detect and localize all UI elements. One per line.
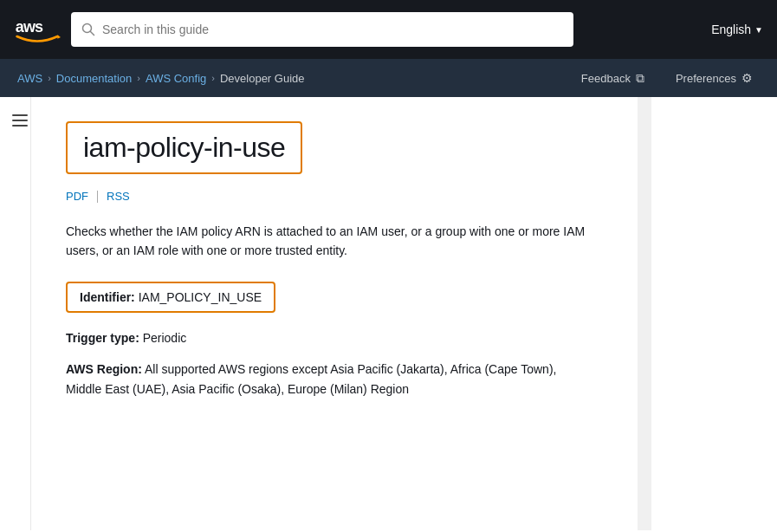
- breadcrumb-aws-config[interactable]: AWS Config: [146, 72, 206, 85]
- trigger-value-text: Periodic: [143, 331, 187, 345]
- breadcrumb-bar: AWS › Documentation › AWS Config › Devel…: [0, 59, 777, 97]
- hamburger-line-1: [12, 114, 28, 116]
- scrollbar-area[interactable]: [638, 97, 651, 530]
- chevron-down-icon: ▼: [754, 25, 763, 35]
- breadcrumb-sep-1: ›: [48, 73, 51, 83]
- language-label: English: [711, 23, 751, 36]
- language-selector[interactable]: English ▼: [711, 23, 763, 36]
- page-title-box: iam-policy-in-use: [66, 121, 302, 174]
- sidebar: [0, 97, 31, 530]
- hamburger-line-2: [12, 120, 28, 121]
- svg-marker-1: [57, 35, 61, 39]
- trigger-label: Trigger type:: [66, 331, 139, 345]
- gear-icon: ⚙: [741, 71, 753, 85]
- identifier-value-text: IAM_POLICY_IN_USE: [139, 290, 262, 304]
- preferences-button[interactable]: Preferences ⚙: [669, 68, 760, 88]
- region-label: AWS Region:: [66, 362, 142, 376]
- rss-link[interactable]: RSS: [107, 190, 130, 203]
- search-input[interactable]: [102, 23, 563, 36]
- breadcrumb-actions: Feedback ⧉ Preferences ⚙: [574, 68, 760, 89]
- description-text: Checks whether the IAM policy ARN is att…: [66, 222, 586, 261]
- breadcrumb-sep-3: ›: [211, 73, 215, 83]
- feedback-icon: ⧉: [636, 71, 644, 86]
- breadcrumb-aws[interactable]: AWS: [17, 72, 42, 85]
- feedback-button[interactable]: Feedback ⧉: [574, 68, 651, 89]
- svg-text:aws: aws: [16, 18, 43, 36]
- identifier-box: Identifier: IAM_POLICY_IN_USE: [66, 282, 275, 313]
- main-content: iam-policy-in-use PDF RSS Checks whether…: [31, 97, 638, 530]
- feedback-label: Feedback: [581, 72, 631, 85]
- breadcrumb-developer-guide: Developer Guide: [220, 72, 305, 85]
- aws-region-row: AWS Region: All supported AWS regions ex…: [66, 360, 586, 399]
- aws-logo[interactable]: aws: [14, 14, 61, 45]
- identifier-label: Identifier:: [80, 290, 135, 304]
- content-layout: iam-policy-in-use PDF RSS Checks whether…: [0, 97, 777, 530]
- svg-line-3: [91, 32, 94, 36]
- trigger-type-row: Trigger type: Periodic: [66, 328, 586, 347]
- breadcrumb-sep-2: ›: [137, 73, 140, 83]
- top-navigation: aws English ▼: [0, 0, 777, 59]
- page-title: iam-policy-in-use: [83, 132, 285, 164]
- pdf-link[interactable]: PDF: [66, 190, 88, 203]
- breadcrumb: AWS › Documentation › AWS Config › Devel…: [17, 72, 305, 85]
- search-icon: [81, 23, 95, 36]
- doc-links: PDF RSS: [66, 190, 603, 203]
- hamburger-line-3: [12, 125, 28, 127]
- search-box[interactable]: [71, 12, 573, 47]
- preferences-label: Preferences: [676, 72, 736, 85]
- menu-toggle[interactable]: [9, 111, 22, 130]
- breadcrumb-documentation[interactable]: Documentation: [56, 72, 132, 85]
- doc-link-divider: [97, 191, 98, 203]
